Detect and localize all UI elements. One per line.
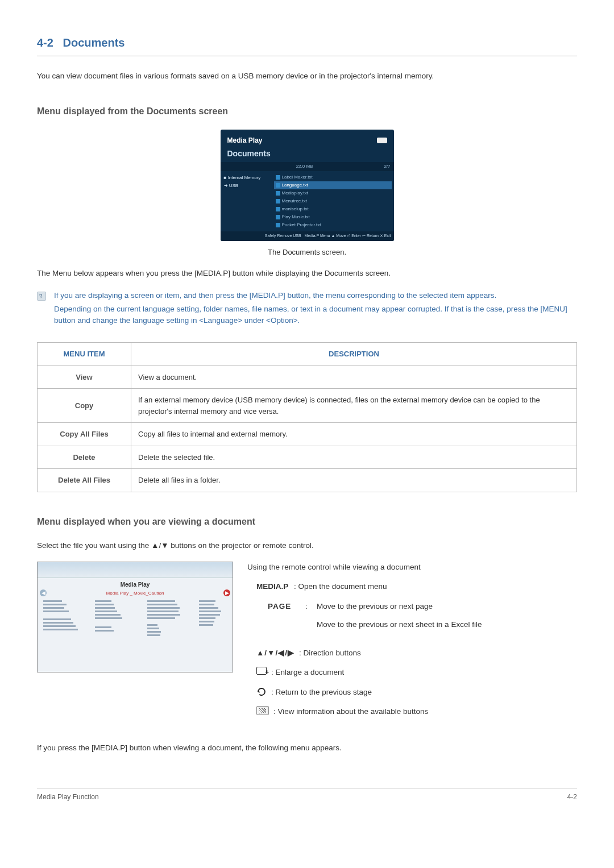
cell-desc: View a document. [131, 366, 577, 389]
cell-item: Delete All Files [38, 469, 131, 492]
return-icon [256, 687, 267, 697]
proj-file-6: Pocket Projector.txt [282, 222, 321, 227]
info-text: : View information about the available b… [273, 706, 428, 717]
proj-file-5: Play Music.txt [282, 214, 310, 219]
table-row: View View a document. [38, 366, 577, 389]
footer-right: 4-2 [567, 792, 577, 802]
th-description: DESCRIPTION [131, 343, 577, 366]
subsection-1-heading: Menu displayed from the Documents screen [37, 105, 577, 118]
mediap-label: MEDIA.P [256, 581, 289, 592]
proj-app-title: Media Play [227, 135, 263, 146]
document-preview-screenshot: Media Play ◀ Media Play _ Movie_Caution … [37, 562, 233, 672]
preview-subtitle: Media Play _ Movie_Caution [47, 590, 223, 597]
menu-table: MENU ITEM DESCRIPTION View View a docume… [37, 342, 577, 492]
documents-screenshot: Media Play Documents . 22.0 MB 2/7 ■ Int… [37, 130, 577, 241]
screenshot1-caption: The Documents screen. [37, 247, 577, 258]
direction-arrows-icon: ▲/▼/◀/▶ [256, 647, 294, 659]
preview-prev-icon: ◀ [40, 589, 47, 596]
proj-foot-right: Media.P Menu ▲ Move ⏎ Enter ↩ Return ✕ E… [304, 234, 391, 238]
closing-paragraph: If you press the [MEDIA.P] button when v… [37, 742, 577, 754]
proj-file-0: Label Maker.txt [282, 175, 313, 180]
page-colon: : [305, 601, 310, 612]
note-line-1: If you are displaying a screen or item, … [54, 290, 577, 301]
cell-desc: Delete all files in a folder. [131, 469, 577, 492]
proj-file-3: Menutree.txt [282, 198, 307, 203]
section-number: 4-2 [37, 36, 53, 49]
note-block: If you are displaying a screen or item, … [37, 290, 577, 329]
proj-file-2: Mediaplay.txt [282, 190, 309, 196]
cell-item: Copy All Files [38, 423, 131, 446]
proj-file-4: moniselup.txt [282, 206, 309, 211]
table-row: Delete Delete the selected file. [38, 446, 577, 469]
mediap-text: : Open the document menu [294, 581, 387, 592]
proj-storage: 22.0 MB [296, 163, 313, 170]
enlarge-icon [256, 667, 267, 675]
subsection-2-heading: Menu displayed when you are viewing a do… [37, 515, 577, 529]
return-text: : Return to the previous stage [271, 687, 372, 698]
page-footer: Media Play Function 4-2 [37, 788, 577, 802]
table-row: Copy If an external memory device (USB m… [38, 389, 577, 423]
enlarge-text: : Enlarge a document [271, 667, 344, 678]
preview-title: Media Play [38, 580, 233, 589]
th-menu-item: MENU ITEM [38, 343, 131, 366]
cell-desc: If an external memory device (USB memory… [131, 389, 577, 423]
note-icon [37, 292, 46, 301]
intro-paragraph: You can view document files in various f… [37, 70, 577, 82]
page-text-2: Move to the previous or next sheet in a … [317, 619, 482, 630]
cell-item: View [38, 366, 131, 389]
proj-file-1: Language.txt [282, 182, 308, 188]
usb-icon [377, 138, 387, 143]
proj-src-1: USB [229, 183, 238, 188]
cell-item: Copy [38, 389, 131, 423]
page-label: PAGE [268, 601, 298, 612]
controls-heading: Using the remote control while viewing a… [247, 562, 577, 573]
preview-next-icon: ▶ [223, 589, 230, 596]
note-line-2: Depending on the current language settin… [54, 304, 577, 327]
proj-section-title: Documents [227, 148, 387, 160]
cell-desc: Delete the selected file. [131, 446, 577, 469]
cell-item: Delete [38, 446, 131, 469]
page-text-1: Move to the previous or next page [317, 601, 482, 612]
cell-desc: Copy all files to internal and external … [131, 423, 577, 446]
proj-src-0: Internal Memory [228, 175, 261, 180]
section-title: Documents [63, 36, 125, 49]
footer-left: Media Play Function [37, 792, 99, 802]
direction-text: : Direction buttons [299, 647, 361, 659]
proj-page: 2/7 [384, 163, 390, 170]
info-icon [256, 706, 269, 715]
proj-foot-left: Safely Remove USB [265, 234, 301, 238]
section-heading: 4-2 Documents [37, 34, 577, 56]
menu-appears-paragraph: The Menu below appears when you press th… [37, 268, 577, 279]
table-row: Delete All Files Delete all files in a f… [38, 469, 577, 492]
table-row: Copy All Files Copy all files to interna… [38, 423, 577, 446]
select-file-paragraph: Select the file you want using the ▲/▼ b… [37, 540, 577, 551]
